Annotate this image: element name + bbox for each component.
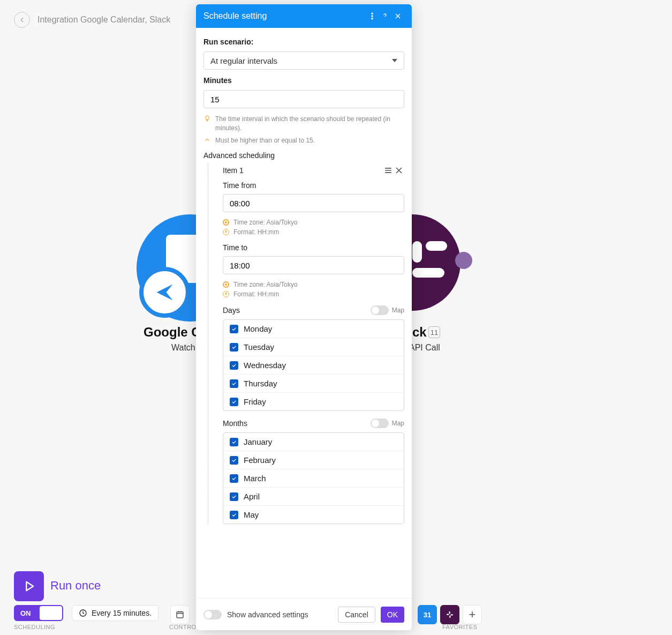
months-label: Months [223, 419, 371, 428]
gcal-node-sub: Watch [171, 343, 195, 353]
svg-rect-2 [447, 614, 449, 615]
favorite-gcal[interactable]: 31 [418, 605, 437, 624]
clock-icon [223, 229, 229, 235]
slack-node-badge: 11 [428, 326, 440, 338]
bulb-icon [203, 115, 211, 122]
play-icon [21, 579, 36, 594]
days-list: MondayTuesdayWednesdayThursdayFriday [223, 319, 404, 411]
check-label: Tuesday [244, 342, 274, 352]
show-advanced-label: Show advanced settings [227, 610, 333, 619]
favorite-add[interactable]: + [463, 605, 482, 624]
run-once-button[interactable] [14, 571, 44, 601]
slack-extra-icon [455, 252, 472, 269]
checkbox-checked-icon [230, 379, 238, 388]
check-row[interactable]: Wednesday [223, 356, 404, 374]
advanced-item: Item 1 Time from Time zone: Asia/Tokyo F… [203, 165, 404, 524]
controls-button[interactable] [170, 605, 190, 624]
clock-icon [223, 291, 229, 297]
cancel-button[interactable]: Cancel [338, 607, 375, 623]
show-advanced-toggle[interactable] [203, 610, 222, 619]
days-map-label: Map [392, 307, 404, 314]
check-row[interactable]: January [223, 433, 404, 451]
menu-icon [383, 165, 394, 176]
checkbox-checked-icon [230, 474, 238, 483]
check-label: Friday [244, 397, 266, 406]
check-row[interactable]: February [223, 451, 404, 469]
scheduling-on-toggle[interactable]: ON [14, 605, 63, 621]
on-label: ON [20, 609, 31, 617]
days-label: Days [223, 306, 371, 315]
item-header: Item 1 [223, 165, 404, 176]
check-row[interactable]: Monday [223, 320, 404, 338]
modal-help-button[interactable] [379, 10, 391, 23]
item-drag-button[interactable] [383, 165, 394, 176]
check-row[interactable]: Tuesday [223, 338, 404, 356]
interval-chip[interactable]: Every 15 minutes. [72, 605, 158, 621]
months-map-toggle[interactable] [371, 419, 389, 428]
item-title: Item 1 [223, 166, 383, 175]
gcal-clock-icon [139, 267, 190, 318]
time-to-fmt: Format: HH:mm [223, 290, 404, 298]
modal-footer: Show advanced settings Cancel OK [196, 598, 412, 630]
slack-icon [445, 610, 455, 619]
topbar: Integration Google Calendar, Slack [14, 12, 170, 28]
check-label: Wednesday [244, 361, 286, 370]
schedule-modal: Schedule setting Run scenario: At regula… [196, 4, 412, 630]
chevron-down-icon [392, 59, 397, 62]
time-from-wrap [223, 194, 404, 212]
svg-point-8 [372, 18, 373, 19]
checkbox-checked-icon [230, 492, 238, 501]
time-from-tz: Time zone: Asia/Tokyo [223, 219, 404, 226]
close-icon [394, 12, 402, 20]
globe-icon [223, 281, 229, 288]
check-row[interactable]: March [223, 469, 404, 487]
modal-body[interactable]: Run scenario: At regular intervals Minut… [196, 28, 412, 598]
caption-scheduling: SCHEDULING [14, 624, 55, 630]
checkbox-checked-icon [230, 511, 238, 519]
caption-controls: CONTRO [169, 624, 197, 630]
time-from-input[interactable] [230, 199, 397, 208]
months-map-label: Map [392, 420, 404, 427]
check-label: January [244, 437, 272, 446]
checkbox-checked-icon [230, 398, 238, 406]
time-to-tz: Time zone: Asia/Tokyo [223, 281, 404, 288]
slack-node-sub: API Call [409, 343, 440, 353]
time-from-fmt: Format: HH:mm [223, 228, 404, 236]
run-once-label: Run once [50, 579, 101, 593]
svg-rect-3 [449, 611, 450, 614]
slack-node-title: ck [412, 325, 427, 340]
interval-text: Every 15 minutes. [92, 609, 152, 617]
time-from-label: Time from [223, 181, 404, 190]
minutes-input[interactable] [210, 95, 397, 104]
time-to-input[interactable] [230, 261, 397, 270]
check-row[interactable]: Thursday [223, 374, 404, 392]
modal-close-button[interactable] [391, 10, 404, 23]
check-row[interactable]: May [223, 505, 404, 524]
globe-icon [223, 219, 229, 226]
check-label: Monday [244, 324, 272, 333]
close-icon [394, 165, 404, 176]
item-remove-button[interactable] [394, 165, 404, 176]
svg-rect-5 [449, 616, 450, 618]
help-icon [381, 12, 389, 20]
clock-icon [79, 609, 87, 617]
run-scenario-label: Run scenario: [203, 38, 404, 46]
check-label: Thursday [244, 379, 277, 388]
arrow-left-icon [18, 16, 26, 24]
months-list: JanuaryFebruaryMarchAprilMay [223, 432, 404, 524]
check-row[interactable]: Friday [223, 392, 404, 410]
modal-more-button[interactable] [366, 10, 379, 23]
run-scenario-value: At regular intervals [210, 56, 277, 65]
run-scenario-select[interactable]: At regular intervals [203, 51, 404, 70]
favorite-slack[interactable] [440, 605, 459, 624]
dots-vertical-icon [368, 12, 376, 20]
svg-point-6 [372, 13, 373, 14]
back-button[interactable] [14, 12, 30, 28]
ok-button[interactable]: OK [381, 607, 404, 623]
minutes-hint: The time interval in which the scenario … [203, 115, 404, 133]
check-label: May [244, 510, 259, 519]
chevron-up-icon [203, 136, 211, 144]
check-label: March [244, 474, 266, 483]
check-row[interactable]: April [223, 487, 404, 505]
days-map-toggle[interactable] [371, 305, 389, 315]
